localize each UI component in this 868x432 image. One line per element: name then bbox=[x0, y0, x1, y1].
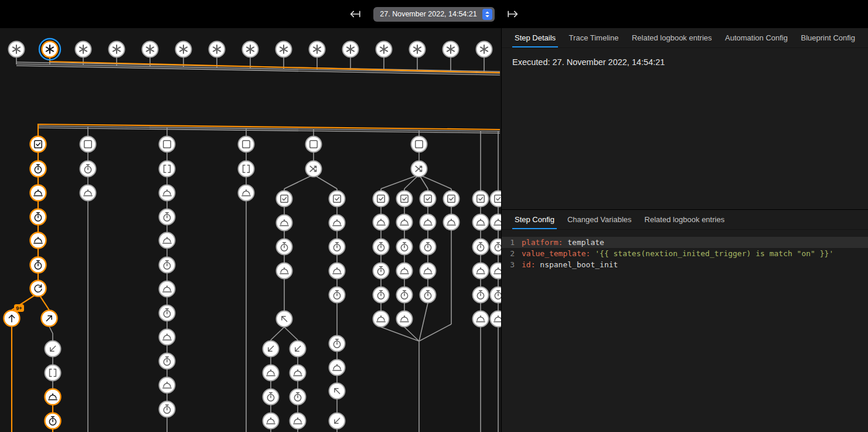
tab-trace-timeline[interactable]: Trace Timeline bbox=[564, 28, 624, 47]
tab-related-logbook-entries[interactable]: Related logbook entries bbox=[640, 210, 730, 229]
trace-node-arrow-down-left[interactable] bbox=[290, 341, 306, 357]
trace-node-condition-checked[interactable] bbox=[397, 191, 413, 207]
trace-node-condition-checked[interactable] bbox=[277, 191, 292, 207]
trace-node-delay-timer[interactable] bbox=[45, 413, 61, 429]
trace-node-arrow-up-left[interactable] bbox=[329, 383, 345, 399]
trace-node-condition-checked[interactable] bbox=[491, 191, 502, 207]
trace-node-delay-timer[interactable] bbox=[373, 239, 389, 255]
trace-node-arrow-down-left[interactable] bbox=[329, 413, 345, 429]
trace-node-parallel-split[interactable] bbox=[306, 161, 322, 177]
trace-node-trigger-asterisk[interactable] bbox=[343, 42, 359, 57]
trace-node-arrow-up[interactable]: 9+ bbox=[4, 304, 25, 326]
yaml-code-editor[interactable]: 1platform: template2value_template: '{{ … bbox=[502, 230, 868, 432]
trace-node-trigger-asterisk[interactable] bbox=[476, 42, 492, 57]
trace-node-delay-timer[interactable] bbox=[277, 239, 292, 255]
trace-node-delay-timer[interactable] bbox=[159, 353, 175, 369]
trace-node-choose-brackets[interactable] bbox=[45, 365, 61, 381]
trace-node-trigger-asterisk[interactable] bbox=[410, 42, 426, 57]
trace-node-service-call[interactable] bbox=[373, 215, 389, 230]
trace-node-delay-timer[interactable] bbox=[80, 161, 96, 177]
trace-node-service-call[interactable] bbox=[45, 389, 61, 405]
trace-node-delay-timer[interactable] bbox=[159, 402, 175, 417]
tab-step-config[interactable]: Step Config bbox=[510, 210, 559, 229]
tab-step-details[interactable]: Step Details bbox=[510, 28, 560, 47]
trace-node-delay-timer[interactable] bbox=[491, 287, 502, 303]
trace-node-service-call[interactable] bbox=[263, 413, 279, 429]
trace-node-service-call[interactable] bbox=[420, 263, 436, 279]
trace-node-parallel-split[interactable] bbox=[411, 161, 427, 177]
trace-node-choose-brackets[interactable] bbox=[159, 161, 175, 177]
trace-node-condition-unchecked[interactable] bbox=[80, 137, 96, 152]
trace-node-delay-timer[interactable] bbox=[420, 287, 436, 303]
trace-node-delay-timer[interactable] bbox=[473, 239, 489, 255]
trace-node-service-call[interactable] bbox=[80, 185, 96, 201]
trace-node-service-call[interactable] bbox=[30, 185, 46, 201]
trace-node-condition-checked[interactable] bbox=[444, 191, 459, 207]
run-selector[interactable]: 27. November 2022, 14:54:21 bbox=[373, 7, 494, 22]
trace-node-delay-timer[interactable] bbox=[263, 389, 279, 405]
trace-node-trigger-asterisk[interactable] bbox=[243, 42, 258, 57]
trace-node-service-call[interactable] bbox=[290, 413, 306, 429]
trace-node-arrow-down-left[interactable] bbox=[263, 341, 279, 357]
trace-node-service-call[interactable] bbox=[159, 233, 175, 249]
trace-node-service-call[interactable] bbox=[239, 185, 254, 201]
tab-related-logbook-entries[interactable]: Related logbook entries bbox=[627, 28, 717, 47]
trace-node-delay-timer[interactable] bbox=[159, 209, 175, 225]
trace-node-service-call[interactable] bbox=[30, 233, 46, 249]
trace-node-trigger-asterisk[interactable] bbox=[443, 42, 459, 57]
trace-node-condition-unchecked[interactable] bbox=[239, 137, 254, 152]
trace-node-trigger-asterisk[interactable] bbox=[142, 42, 158, 57]
trace-node-delay-timer[interactable] bbox=[397, 287, 413, 303]
tab-automation-config[interactable]: Automation Config bbox=[720, 28, 792, 47]
trace-node-service-call[interactable] bbox=[491, 263, 502, 279]
trace-node-service-call[interactable] bbox=[159, 185, 175, 201]
trace-graph[interactable]: 9+ bbox=[0, 28, 501, 432]
trace-node-arrow-up-right[interactable] bbox=[42, 311, 57, 326]
trace-node-condition-checked[interactable] bbox=[473, 191, 489, 207]
trace-node-delay-timer[interactable] bbox=[473, 287, 489, 303]
trace-node-delay-timer[interactable] bbox=[30, 257, 46, 273]
trace-node-trigger-asterisk[interactable] bbox=[176, 42, 192, 57]
trace-node-delay-timer[interactable] bbox=[397, 239, 413, 255]
trace-node-service-call[interactable] bbox=[159, 377, 175, 393]
previous-run-button[interactable] bbox=[348, 6, 363, 22]
trace-node-service-call[interactable] bbox=[397, 263, 413, 279]
tab-blueprint-config[interactable]: Blueprint Config bbox=[796, 28, 860, 47]
trace-node-delay-timer[interactable] bbox=[491, 239, 502, 255]
trace-node-service-call[interactable] bbox=[397, 215, 413, 230]
trace-node-trigger-asterisk[interactable] bbox=[309, 42, 325, 57]
trace-node-condition-unchecked[interactable] bbox=[411, 137, 427, 152]
trace-node-condition-checked[interactable] bbox=[373, 191, 389, 207]
trace-node-delay-timer[interactable] bbox=[159, 257, 175, 273]
trace-node-condition-unchecked[interactable] bbox=[159, 137, 175, 152]
trace-node-delay-timer[interactable] bbox=[30, 161, 46, 177]
trace-node-trigger-asterisk[interactable] bbox=[76, 42, 91, 57]
trace-node-service-call[interactable] bbox=[373, 311, 389, 327]
trace-node-service-call[interactable] bbox=[329, 360, 345, 376]
trace-node-service-call[interactable] bbox=[473, 263, 489, 279]
trace-node-service-call[interactable] bbox=[491, 311, 502, 327]
trace-node-service-call[interactable] bbox=[290, 365, 306, 381]
trace-node-service-call[interactable] bbox=[329, 215, 345, 231]
trace-node-service-call[interactable] bbox=[159, 281, 175, 297]
trace-node-delay-timer[interactable] bbox=[159, 305, 175, 321]
trace-node-trigger-asterisk[interactable] bbox=[39, 39, 60, 60]
trace-node-condition-checked[interactable] bbox=[420, 191, 436, 207]
trace-node-trigger-asterisk[interactable] bbox=[376, 42, 392, 57]
trace-node-trigger-asterisk[interactable] bbox=[276, 42, 292, 57]
trace-node-choose-brackets[interactable] bbox=[239, 161, 254, 177]
trace-node-trigger-asterisk[interactable] bbox=[109, 42, 125, 57]
trace-node-delay-timer[interactable] bbox=[420, 239, 436, 255]
trace-node-service-call[interactable] bbox=[473, 215, 489, 230]
trace-node-trigger-asterisk[interactable] bbox=[9, 42, 25, 57]
trace-node-trigger-asterisk[interactable] bbox=[209, 42, 225, 57]
trace-node-arrow-up-left[interactable] bbox=[277, 311, 292, 327]
trace-node-condition-unchecked[interactable] bbox=[306, 137, 322, 152]
tab-changed-variables[interactable]: Changed Variables bbox=[563, 210, 636, 229]
trace-node-service-call[interactable] bbox=[444, 215, 459, 230]
trace-node-repeat[interactable] bbox=[30, 281, 46, 297]
trace-node-delay-timer[interactable] bbox=[373, 263, 389, 279]
trace-node-delay-timer[interactable] bbox=[30, 209, 46, 225]
trace-node-service-call[interactable] bbox=[263, 365, 279, 381]
next-run-button[interactable] bbox=[505, 6, 520, 22]
